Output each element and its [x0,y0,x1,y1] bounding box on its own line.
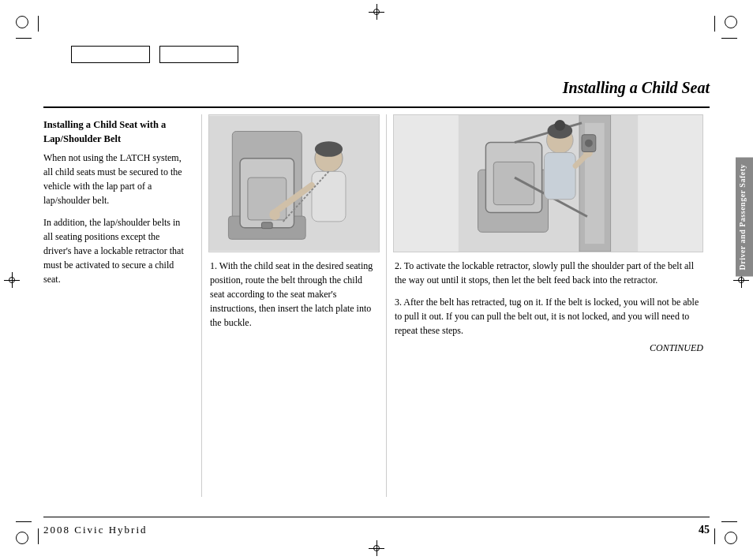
footer-page-number: 45 [699,524,710,536]
illustration-center [208,114,380,252]
illustration-right [393,114,703,252]
svg-rect-5 [261,222,272,229]
step2-text: 2. To activate the lockable retractor, s… [393,259,703,287]
step1-text: 1. With the child seat in the desired se… [208,259,380,330]
svg-rect-23 [545,152,576,199]
svg-rect-8 [312,171,346,222]
continued-label: CONTINUED [393,342,703,354]
page-title-area: Installing a Child Seat [563,79,710,97]
corner-mark-bl [16,528,32,544]
corner-mark-tl [16,16,32,32]
svg-point-7 [315,141,343,157]
section-para1: When not using the LATCH system, all chi… [43,151,189,207]
corner-mark-br [721,528,737,544]
sidebar-label: Driver and Passenger Safety [736,158,753,277]
center-column: 1. With the child seat in the desired se… [201,114,387,497]
step3-text: 3. After the belt has retracted, tug on … [393,295,703,338]
svg-rect-4 [248,177,287,220]
tab-box-2 [159,46,238,63]
corner-mark-tr [721,16,737,32]
svg-rect-17 [493,162,534,204]
right-column: 2. To activate the lockable retractor, s… [387,114,710,497]
svg-point-27 [585,140,593,147]
main-content: Installing a Child Seat with a Lap/Shoul… [43,114,710,497]
svg-point-10 [269,209,280,220]
svg-point-22 [554,120,565,131]
footer: 2008 Civic Hybrid 45 [43,517,710,536]
footer-title: 2008 Civic Hybrid [43,524,148,536]
tab-boxes [71,46,238,63]
title-rule [43,106,710,108]
page-title: Installing a Child Seat [563,79,710,96]
section-heading: Installing a Child Seat with a Lap/Shoul… [43,118,189,146]
section-para2: In addition, the lap/shoulder belts in a… [43,215,189,286]
left-column: Installing a Child Seat with a Lap/Shoul… [43,114,201,497]
tab-box-1 [71,46,150,63]
